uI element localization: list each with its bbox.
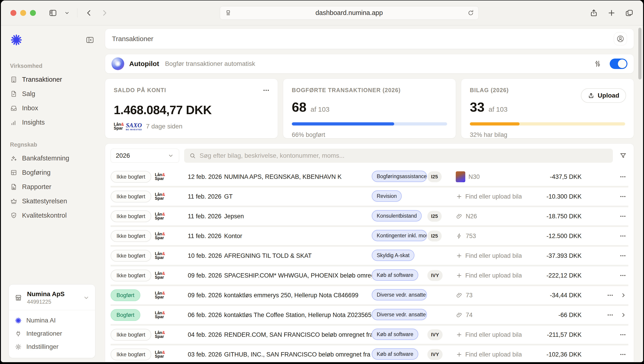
row-menu-icon[interactable] <box>619 213 626 220</box>
url-text: dashboard.numina.app <box>315 9 383 16</box>
address-bar[interactable]: dashboard.numina.app <box>220 6 479 20</box>
reload-icon[interactable] <box>467 9 474 16</box>
sidebar-item-label: Bankafstemning <box>22 154 69 162</box>
transaction-row[interactable]: Ikke bogført Lån&Spar 09 feb. 2026 SPACE… <box>111 266 628 284</box>
sparkles-icon <box>10 154 18 162</box>
workspace-switcher[interactable]: Numina ApS 44991225 <box>9 284 95 310</box>
workspace-menu-item-indstillinger[interactable]: Indstillinger <box>14 340 90 353</box>
tab-overview-icon[interactable] <box>625 8 633 17</box>
transaction-row[interactable]: Bogført Lån&Spar 09 feb. 2026 kontaktløs… <box>111 286 628 304</box>
account-button[interactable] <box>614 32 627 46</box>
autopilot-settings-icon[interactable] <box>593 60 602 68</box>
search-field[interactable] <box>184 149 613 163</box>
sidebar-item-salg[interactable]: Salg <box>9 87 95 101</box>
saldo-card-menu-icon[interactable] <box>262 86 270 95</box>
row-menu-icon[interactable] <box>619 272 626 279</box>
row-menu-icon[interactable] <box>619 173 626 180</box>
sidebar-item-bogf-ring[interactable]: Bogføring <box>9 166 95 180</box>
filter-icon[interactable] <box>618 152 628 160</box>
new-tab-icon[interactable] <box>607 8 616 17</box>
sidebar-chevron-down-icon[interactable] <box>64 10 70 16</box>
search-input[interactable] <box>200 152 608 159</box>
workspace-menu-item-numina-ai[interactable]: Numina AI <box>14 314 90 327</box>
sidebar-item-skattestyrelsen[interactable]: Skattestyrelsen <box>9 194 95 208</box>
category-badge[interactable]: Køb af software <box>372 348 418 360</box>
transaction-row[interactable]: Ikke bogført Lån&Spar 12 feb. 2026 NUMIN… <box>111 168 628 186</box>
zoom-window-button[interactable] <box>30 10 36 16</box>
year-select[interactable]: 2026 <box>111 149 179 163</box>
share-icon[interactable] <box>589 8 598 17</box>
category-badge[interactable]: Revision <box>372 190 402 202</box>
plug-icon <box>15 330 22 337</box>
transaction-row[interactable]: Ikke bogført Lån&Spar 10 feb. 2026 AFREG… <box>111 247 628 265</box>
transaction-date: 11 feb. 2026 <box>188 193 224 200</box>
transaction-row[interactable]: Ikke bogført Lån&Spar 11 feb. 2026 GT Re… <box>111 188 628 206</box>
category-badge[interactable]: Bogføringsassistance <box>372 171 427 182</box>
workspace-menu-item-label: Indstillinger <box>26 343 59 350</box>
bilag-percent-text: 32% har bilag <box>470 132 625 138</box>
tag-badge: IVY <box>427 349 443 360</box>
find-upload-bilag-link[interactable]: Find eller upload bilag <box>456 272 522 279</box>
sidebar-item-inbox[interactable]: Inbox <box>9 101 95 115</box>
shield-icon <box>10 212 18 219</box>
bilag-count: 33 <box>470 100 485 114</box>
row-menu-icon[interactable] <box>606 311 614 318</box>
close-window-button[interactable] <box>11 10 16 16</box>
transaction-amount: -102,36 DKK <box>522 351 583 358</box>
category-badge[interactable]: Konsulentbistand <box>372 210 422 222</box>
report-icon <box>10 183 18 190</box>
find-upload-bilag-link[interactable]: Find eller upload bilag <box>456 351 522 358</box>
row-menu-icon[interactable] <box>619 232 626 240</box>
sidebar-section-label: Virksomhed <box>10 63 95 69</box>
collapse-sidebar-icon[interactable] <box>85 36 95 46</box>
category-badge[interactable]: Diverse vedr. ansatte uden <box>372 289 427 300</box>
category-badge[interactable]: Diverse vedr. ansatte uden <box>372 309 427 320</box>
crown-icon <box>10 198 18 205</box>
bilag-cell: Find eller upload bilag <box>456 193 522 200</box>
category-badge[interactable]: Skyldig A-skat <box>372 250 414 261</box>
chevron-right-icon[interactable] <box>620 312 626 318</box>
sidebar-item-rapporter[interactable]: Rapporter <box>9 180 95 194</box>
minimize-window-button[interactable] <box>20 10 26 16</box>
transaction-row[interactable]: Ikke bogført Lån&Spar 04 feb. 2026 RENDE… <box>111 326 628 344</box>
row-menu-icon[interactable] <box>619 351 626 358</box>
find-upload-bilag-label: Find eller upload bilag <box>465 331 522 338</box>
category-badge[interactable]: Køb af software <box>372 269 418 281</box>
saldo-updated-text: 7 dage siden <box>146 123 182 130</box>
sidebar-item-bankafstemning[interactable]: Bankafstemning <box>9 151 95 166</box>
transaction-row[interactable]: Ikke bogført Lån&Spar 11 feb. 2026 Jepse… <box>111 207 628 225</box>
bank-logo-laan-spar: Lån&Spar <box>155 232 188 240</box>
chevron-right-icon[interactable] <box>620 292 626 298</box>
find-upload-bilag-link[interactable]: Find eller upload bilag <box>456 252 522 260</box>
transaction-row[interactable]: Ikke bogført Lån&Spar 11 feb. 2026 Konto… <box>111 227 628 245</box>
paperclip-icon <box>456 213 463 220</box>
sidebar-item-transaktioner[interactable]: Transaktioner <box>9 72 95 87</box>
receipt-thumbnail[interactable] <box>456 171 465 182</box>
toggle-sidebar-icon[interactable] <box>49 8 57 17</box>
sidebar-item-kvalitetskontrol[interactable]: Kvalitetskontrol <box>9 208 95 222</box>
back-button[interactable] <box>85 8 93 17</box>
bank-logo-laan-spar: Lån&Spar <box>155 193 188 200</box>
workspace-card: Numina ApS 44991225 Numina AIIntegration… <box>9 284 95 358</box>
upload-button-label: Upload <box>598 92 619 99</box>
sidebar-item-insights[interactable]: Insights <box>9 115 95 130</box>
reader-view-icon[interactable] <box>225 9 232 16</box>
row-menu-icon[interactable] <box>606 292 614 299</box>
scrollbar-thumb[interactable] <box>638 28 641 80</box>
workspace-menu-item-integrationer[interactable]: Integrationer <box>14 327 90 340</box>
find-upload-bilag-link[interactable]: Find eller upload bilag <box>456 331 522 338</box>
category-badge[interactable]: Kontingenter inkl. moms <box>372 230 427 241</box>
category-badge[interactable]: Køb af software <box>372 328 418 340</box>
autopilot-toggle[interactable] <box>610 58 627 69</box>
autopilot-title: Autopilot <box>129 60 159 68</box>
transaction-row[interactable]: Ikke bogført Lån&Spar 03 feb. 2026 GITHU… <box>111 346 628 362</box>
window-controls <box>11 10 36 16</box>
transaction-row[interactable]: Bogført Lån&Spar 06 feb. 2026 kontaktløs… <box>111 306 628 324</box>
find-upload-bilag-label: Find eller upload bilag <box>465 252 522 260</box>
row-menu-icon[interactable] <box>619 331 626 338</box>
find-upload-bilag-link[interactable]: Find eller upload bilag <box>456 193 522 200</box>
row-menu-icon[interactable] <box>619 252 626 260</box>
attachment-number: N26 <box>466 213 477 220</box>
upload-button[interactable]: Upload <box>581 88 626 103</box>
row-menu-icon[interactable] <box>619 193 626 200</box>
